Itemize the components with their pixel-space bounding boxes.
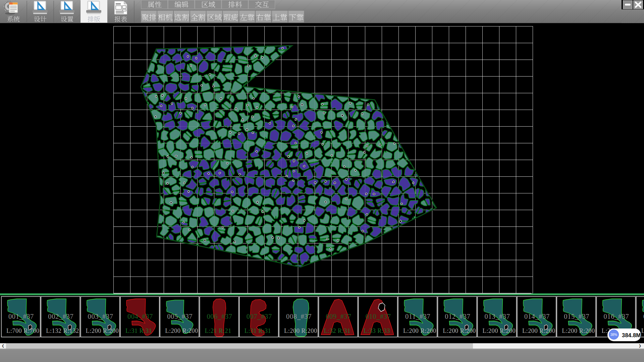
svg-text:L:132 R:132: L:132 R:132: [46, 327, 79, 334]
svg-text:010_#37: 010_#37: [366, 313, 391, 320]
svg-text:L:200 R:200: L:200 R:200: [403, 327, 436, 334]
svg-text:004_#37: 004_#37: [127, 313, 153, 320]
svg-text:005_#37: 005_#37: [167, 313, 193, 320]
svg-text:L:200 R:200: L:200 R:200: [483, 327, 516, 334]
svg-text:L:32 R:31: L:32 R:31: [324, 327, 350, 334]
svg-text:011_#37: 011_#37: [405, 313, 430, 320]
svg-text:001_#37: 001_#37: [8, 313, 34, 320]
svg-text:L:700 R:700: L:700 R:700: [6, 327, 39, 334]
svg-text:016_#37: 016_#37: [604, 313, 629, 320]
svg-text:012_#37: 012_#37: [445, 313, 470, 320]
svg-text:L:31 R:31: L:31 R:31: [245, 327, 271, 334]
svg-text:007_#37: 007_#37: [247, 313, 272, 320]
svg-text:L:200 R:200: L:200 R:200: [522, 327, 555, 334]
svg-text:L:200 R:200: L:200 R:200: [284, 327, 317, 334]
svg-text:L:21 R:21: L:21 R:21: [205, 327, 231, 334]
svg-text:L:200 R:200: L:200 R:200: [86, 327, 119, 334]
svg-text:L:200 R:200: L:200 R:200: [562, 327, 595, 334]
svg-text:015_#37: 015_#37: [564, 313, 589, 320]
svg-text:006_#37: 006_#37: [207, 313, 232, 320]
svg-text:002_#37: 002_#37: [48, 313, 73, 320]
svg-text:L:200 R:200: L:200 R:200: [443, 327, 476, 334]
svg-text:L:33 R:33: L:33 R:33: [364, 327, 390, 334]
svg-text:L:31 R:31: L:31 R:31: [125, 327, 152, 334]
svg-text:008_#37: 008_#37: [286, 313, 312, 320]
svg-text:013_#37: 013_#37: [485, 313, 510, 320]
svg-text:L:200 R:200: L:200 R:200: [165, 327, 198, 334]
svg-text:014_#37: 014_#37: [524, 313, 550, 320]
svg-text:009_#37: 009_#37: [326, 313, 351, 320]
svg-text:L:200 R:200: L:200 R:200: [641, 327, 644, 334]
svg-text:003_#37: 003_#37: [88, 313, 113, 320]
